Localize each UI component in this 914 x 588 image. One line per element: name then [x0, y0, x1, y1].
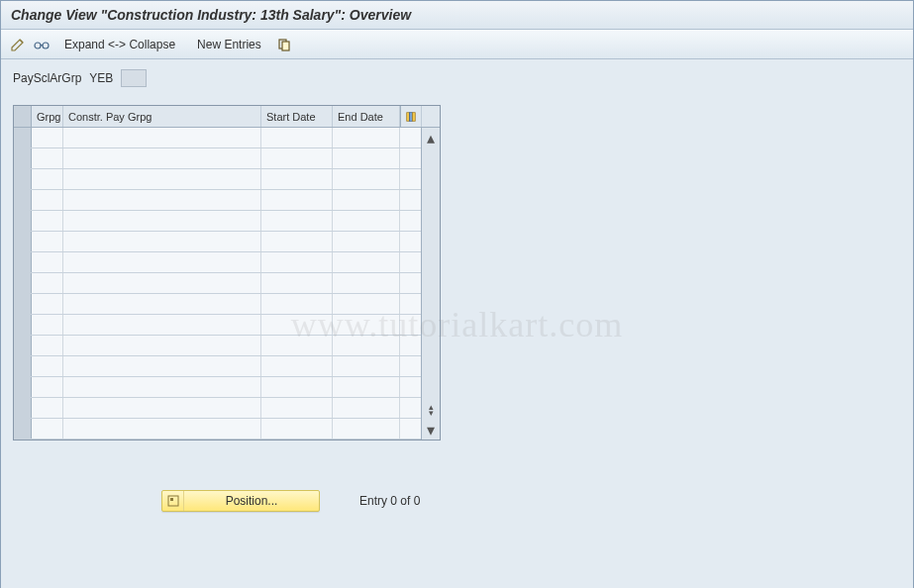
cell-start[interactable] — [261, 211, 333, 231]
table-row[interactable] — [14, 294, 421, 315]
row-selector[interactable] — [14, 252, 32, 272]
table-row[interactable] — [14, 148, 421, 169]
cell-constr[interactable] — [63, 169, 261, 189]
cell-grpg[interactable] — [32, 190, 63, 210]
table-row[interactable] — [14, 356, 421, 377]
cell-grpg[interactable] — [32, 232, 63, 251]
row-selector[interactable] — [14, 169, 32, 189]
table-row[interactable] — [14, 398, 421, 419]
pencil-icon[interactable] — [9, 36, 27, 53]
cell-end[interactable] — [333, 398, 400, 418]
row-selector[interactable] — [14, 128, 32, 147]
cell-grpg[interactable] — [32, 356, 63, 376]
cell-grpg[interactable] — [32, 211, 63, 231]
cell-end[interactable] — [333, 252, 400, 272]
row-selector[interactable] — [14, 148, 32, 168]
cell-constr[interactable] — [63, 128, 261, 147]
row-selector[interactable] — [14, 273, 32, 293]
table-row[interactable] — [14, 336, 421, 356]
cell-start[interactable] — [261, 377, 333, 397]
position-button[interactable]: Position... — [161, 490, 320, 512]
col-header-grpg[interactable]: Grpg — [32, 106, 63, 127]
cell-constr[interactable] — [63, 148, 261, 168]
table-row[interactable] — [14, 128, 421, 148]
cell-end[interactable] — [333, 294, 400, 314]
cell-end[interactable] — [333, 419, 400, 439]
cell-end[interactable] — [333, 190, 400, 210]
row-selector[interactable] — [14, 190, 32, 210]
cell-grpg[interactable] — [32, 336, 63, 355]
cell-grpg[interactable] — [32, 128, 63, 147]
scroll-down-icon[interactable]: ▾ — [422, 420, 440, 440]
cell-grpg[interactable] — [32, 148, 63, 168]
cell-start[interactable] — [261, 128, 333, 147]
row-selector[interactable] — [14, 419, 32, 439]
cell-start[interactable] — [261, 252, 333, 272]
new-entries-button[interactable]: New Entries — [189, 36, 269, 53]
row-selector[interactable] — [14, 336, 32, 355]
cell-start[interactable] — [261, 232, 333, 251]
cell-constr[interactable] — [63, 315, 261, 335]
expand-collapse-button[interactable]: Expand <-> Collapse — [56, 36, 183, 53]
table-row[interactable] — [14, 190, 421, 211]
cell-end[interactable] — [333, 377, 400, 397]
cell-grpg[interactable] — [32, 419, 63, 439]
cell-constr[interactable] — [63, 398, 261, 418]
table-config-icon[interactable] — [400, 106, 422, 127]
scroll-down-double-icon[interactable]: ▴▾ — [422, 400, 440, 420]
cell-grpg[interactable] — [32, 252, 63, 272]
cell-end[interactable] — [333, 128, 400, 147]
cell-constr[interactable] — [63, 273, 261, 293]
table-row[interactable] — [14, 377, 421, 398]
select-all-cell[interactable] — [14, 106, 32, 127]
cell-end[interactable] — [333, 211, 400, 231]
cell-start[interactable] — [261, 419, 333, 439]
cell-constr[interactable] — [63, 356, 261, 376]
copy-icon[interactable] — [275, 36, 293, 53]
cell-constr[interactable] — [63, 377, 261, 397]
cell-constr[interactable] — [63, 294, 261, 314]
cell-start[interactable] — [261, 190, 333, 210]
cell-grpg[interactable] — [32, 273, 63, 293]
row-selector[interactable] — [14, 232, 32, 251]
table-row[interactable] — [14, 211, 421, 232]
table-row[interactable] — [14, 419, 421, 440]
cell-end[interactable] — [333, 315, 400, 335]
cell-start[interactable] — [261, 356, 333, 376]
cell-constr[interactable] — [63, 211, 261, 231]
cell-end[interactable] — [333, 169, 400, 189]
col-header-constr[interactable]: Constr. Pay Grpg — [63, 106, 261, 127]
cell-end[interactable] — [333, 336, 400, 355]
cell-start[interactable] — [261, 398, 333, 418]
row-selector[interactable] — [14, 377, 32, 397]
cell-grpg[interactable] — [32, 169, 63, 189]
glasses-icon[interactable] — [33, 36, 51, 53]
cell-grpg[interactable] — [32, 315, 63, 335]
table-row[interactable] — [14, 315, 421, 336]
cell-constr[interactable] — [63, 190, 261, 210]
payscl-input[interactable] — [121, 69, 147, 87]
col-header-end[interactable]: End Date — [333, 106, 400, 127]
cell-constr[interactable] — [63, 336, 261, 355]
cell-constr[interactable] — [63, 419, 261, 439]
cell-start[interactable] — [261, 169, 333, 189]
cell-grpg[interactable] — [32, 377, 63, 397]
cell-start[interactable] — [261, 273, 333, 293]
col-header-start[interactable]: Start Date — [261, 106, 333, 127]
cell-start[interactable] — [261, 294, 333, 314]
table-row[interactable] — [14, 169, 421, 190]
cell-start[interactable] — [261, 148, 333, 168]
cell-start[interactable] — [261, 315, 333, 335]
scroll-up-icon[interactable]: ▴ — [422, 128, 440, 147]
row-selector[interactable] — [14, 356, 32, 376]
cell-constr[interactable] — [63, 252, 261, 272]
table-row[interactable] — [14, 232, 421, 252]
cell-start[interactable] — [261, 336, 333, 355]
cell-end[interactable] — [333, 232, 400, 251]
table-row[interactable] — [14, 252, 421, 273]
cell-constr[interactable] — [63, 232, 261, 251]
row-selector[interactable] — [14, 315, 32, 335]
cell-grpg[interactable] — [32, 398, 63, 418]
cell-end[interactable] — [333, 356, 400, 376]
cell-end[interactable] — [333, 148, 400, 168]
